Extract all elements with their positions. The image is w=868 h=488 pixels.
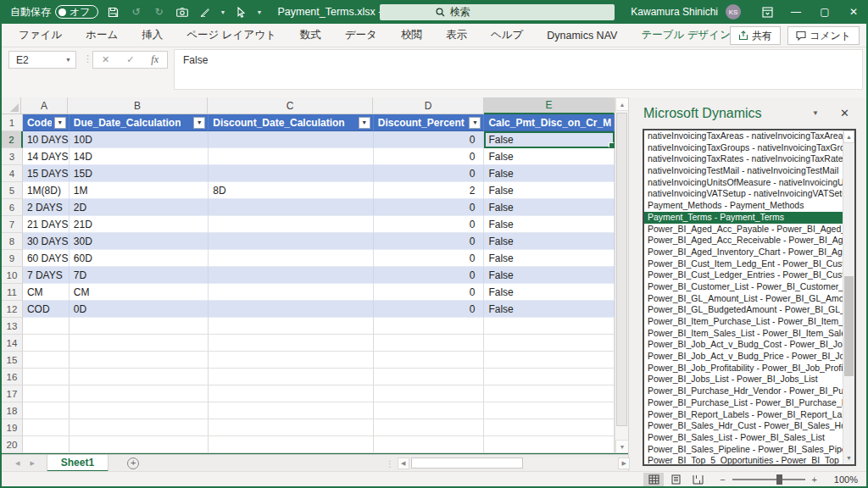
cell-C3[interactable] [209, 148, 373, 165]
pane-dropdown-icon[interactable]: ▼ [812, 109, 819, 117]
cell-A4[interactable]: 15 DAYS [23, 165, 70, 182]
cell-C13[interactable] [209, 318, 373, 335]
sheet-tab-sheet1[interactable]: Sheet1 [47, 455, 108, 472]
cell-D17[interactable] [374, 385, 485, 402]
row-header-9[interactable]: 9 [2, 250, 23, 267]
undo-icon[interactable]: ↺ [129, 4, 144, 19]
cell-D5[interactable]: 2 [374, 182, 485, 199]
table-list-item[interactable]: Power_BI_Sales_Pipeline - Power_BI_Sales… [644, 444, 843, 456]
cell-C9[interactable] [209, 250, 373, 267]
comments-button[interactable]: コメント [787, 26, 860, 45]
table-header-cell-C[interactable]: Discount_Date_Calculation▼ [209, 114, 373, 131]
table-list-item[interactable]: nativeInvoicingTaxRates - nativeInvoicin… [644, 153, 843, 165]
cell-A17[interactable] [23, 385, 70, 402]
cell-C11[interactable] [209, 284, 373, 301]
row-header-14[interactable]: 14 [2, 335, 23, 352]
cell-E12[interactable]: False [484, 301, 615, 318]
zoom-level[interactable]: 100% [826, 474, 858, 485]
cell-C19[interactable] [209, 419, 373, 436]
horizontal-scrollbar-track[interactable] [409, 458, 619, 469]
table-list-item[interactable]: Power_BI_Report_Labels - Power_BI_Report… [644, 409, 843, 421]
cell-E13[interactable] [484, 318, 615, 335]
cell-B19[interactable] [70, 419, 209, 436]
user-name[interactable]: Kawamura Shinichi [631, 6, 718, 18]
cell-C17[interactable] [209, 385, 373, 402]
cell-C15[interactable] [209, 352, 373, 369]
cell-A19[interactable] [23, 419, 70, 436]
ribbon-tab-校閲[interactable]: 校閲 [389, 24, 434, 47]
scroll-right-icon[interactable]: ▶ [618, 458, 630, 469]
cell-D14[interactable] [374, 335, 485, 352]
restore-button[interactable]: ▢ [810, 0, 839, 24]
cell-C10[interactable] [209, 267, 373, 284]
cell-E8[interactable]: False [484, 233, 615, 250]
row-header-7[interactable]: 7 [2, 216, 23, 233]
table-list-item[interactable]: nativeInvoicingUnitsOfMeasure - nativeIn… [644, 177, 843, 189]
table-list-item[interactable]: Power_BI_Purchase_Hdr_Vendor - Power_BI_… [644, 385, 843, 397]
ink-dropdown-icon[interactable]: ▼ [220, 9, 226, 15]
vertical-scrollbar-thumb[interactable] [616, 113, 627, 426]
cell-E2[interactable]: False [484, 131, 615, 148]
table-list-item[interactable]: Power_BI_Aged_Inventory_Chart - Power_BI… [644, 247, 843, 258]
cell-D6[interactable]: 0 [374, 199, 485, 216]
table-header-cell-D[interactable]: Discount_Percent▼ [374, 114, 485, 131]
scrollbar-splitter-icon[interactable]: ⋮ [386, 459, 394, 469]
horizontal-scrollbar[interactable]: ⋮ ◀ ▶ [386, 458, 630, 469]
cell-A10[interactable]: 7 DAYS [23, 267, 70, 284]
pane-list-scrollbar[interactable]: ▲ ▼ [843, 130, 854, 464]
sheet-nav-right-icon[interactable]: ▶ [30, 460, 34, 467]
table-list-item[interactable]: nativeInvoicingVATSetup - nativeInvoicin… [644, 188, 843, 200]
cell-B5[interactable]: 1M [70, 182, 209, 199]
table-list-item[interactable]: Power_BI_Cust_Item_Ledg_Ent - Power_BI_C… [644, 258, 843, 270]
column-header-B[interactable]: B [68, 97, 208, 114]
cell-D16[interactable] [374, 369, 485, 385]
cell-C7[interactable] [209, 216, 373, 233]
formula-input[interactable]: False [174, 49, 863, 90]
table-list-item[interactable]: Payment_Terms - Payment_Terms [644, 212, 843, 224]
cell-C2[interactable] [209, 131, 373, 148]
ribbon-tab-ページ レイアウト[interactable]: ページ レイアウト [175, 24, 288, 47]
cell-C5[interactable]: 8D [209, 182, 373, 199]
filter-dropdown-icon[interactable]: ▼ [359, 117, 370, 129]
row-header-20[interactable]: 20 [2, 436, 23, 453]
zoom-in-icon[interactable]: + [812, 474, 817, 485]
table-list-item[interactable]: Power_BI_Cust_Ledger_Entries - Power_BI_… [644, 269, 843, 281]
cell-E3[interactable]: False [484, 148, 615, 165]
cell-A3[interactable]: 14 DAYS [23, 148, 70, 165]
name-box[interactable]: E2 ▼ [8, 51, 76, 69]
cell-D19[interactable] [374, 419, 485, 436]
pane-scroll-up-icon[interactable]: ▲ [843, 130, 854, 143]
share-button[interactable]: 共有 [730, 26, 781, 45]
autosave-toggle[interactable]: 自動保存 オフ [10, 5, 98, 19]
pane-scroll-down-icon[interactable]: ▼ [843, 452, 854, 464]
pane-close-icon[interactable]: ✕ [840, 107, 849, 119]
ribbon-tab-表示[interactable]: 表示 [434, 24, 479, 47]
cell-B2[interactable]: 10D [70, 131, 209, 148]
save-icon[interactable] [106, 4, 121, 19]
cell-E18[interactable] [484, 402, 615, 419]
cell-D12[interactable]: 0 [374, 301, 485, 318]
qat-customize-icon[interactable]: ▼ [257, 9, 263, 15]
cell-B16[interactable] [70, 369, 209, 385]
table-list-item[interactable]: Power_BI_Aged_Acc_Receivable - Power_BI_… [644, 235, 843, 247]
table-list-item[interactable]: Power_BI_Customer_List - Power_BI_Custom… [644, 281, 843, 293]
scroll-up-icon[interactable]: ▲ [615, 97, 629, 111]
table-list-item[interactable]: Power_BI_GL_Amount_List - Power_BI_GL_Am… [644, 293, 843, 305]
ribbon-tab-Dynamics NAV[interactable]: Dynamics NAV [535, 24, 629, 47]
cell-A13[interactable] [23, 318, 70, 335]
cell-B10[interactable]: 7D [70, 267, 209, 284]
autosave-switch[interactable]: オフ [55, 5, 98, 19]
minimize-button[interactable]: — [782, 0, 810, 24]
table-header-cell-A[interactable]: Code▼ [23, 114, 70, 131]
insert-function-icon[interactable]: fx [151, 53, 159, 66]
cell-D20[interactable] [374, 436, 485, 453]
normal-view-icon[interactable] [643, 473, 664, 486]
scroll-down-icon[interactable]: ▼ [615, 440, 629, 453]
select-cursor-icon[interactable] [234, 4, 249, 19]
row-header-1[interactable]: 1 [2, 114, 23, 131]
ribbon-tab-テーブル デザイン[interactable]: テーブル デザイン [629, 24, 743, 47]
select-all-corner[interactable] [2, 97, 21, 114]
ribbon-display-options-icon[interactable] [753, 0, 782, 24]
cell-D2[interactable]: 0 [374, 131, 485, 148]
ribbon-tab-ホーム[interactable]: ホーム [74, 24, 130, 47]
